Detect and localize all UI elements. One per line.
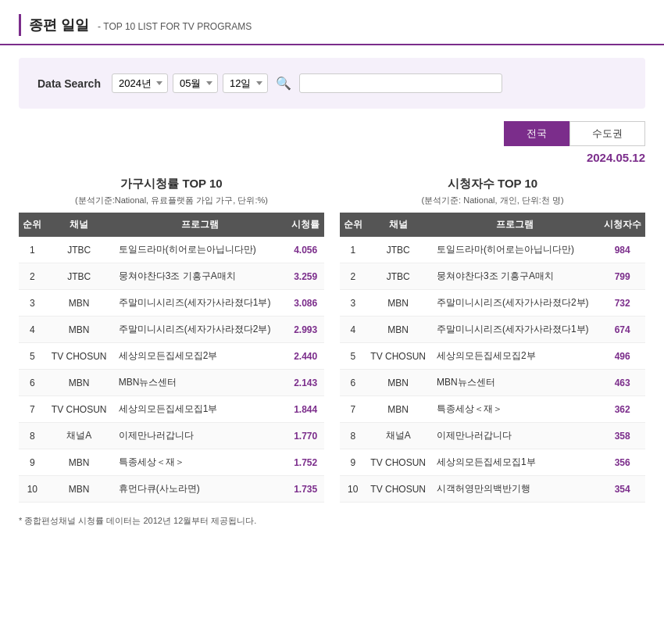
value-cell: 3.259: [287, 263, 324, 290]
table-row: 3 MBN 주말미니시리즈(세자가사라졌다2부) 732: [340, 290, 645, 317]
program-cell: 휴먼다큐(사노라면): [112, 476, 287, 503]
table-row: 8 채널A 이제만나러갑니다 1.770: [19, 423, 324, 449]
year-select[interactable]: 2024년 2023년 2022년: [112, 73, 168, 93]
household-table-title: 가구시청률 TOP 10: [19, 177, 324, 191]
table-row: 7 TV CHOSUN 세상의모든집세모집1부 1.844: [19, 396, 324, 423]
col-viewers-v: 시청자수: [599, 213, 645, 237]
table-row: 3 MBN 주말미니시리즈(세자가사라졌다1부) 3.086: [19, 290, 324, 317]
channel-cell: MBN: [46, 317, 112, 343]
value-cell: 674: [599, 317, 645, 343]
channel-cell: JTBC: [46, 263, 112, 290]
program-cell: 주말미니시리즈(세자가사라졌다1부): [430, 317, 599, 343]
program-cell: MBN뉴스센터: [112, 370, 287, 396]
viewers-table-title: 시청자수 TOP 10: [340, 177, 645, 191]
program-cell: 이제만나러갑니다: [430, 423, 599, 449]
rank-cell: 10: [19, 476, 46, 503]
date-display: 2024.05.12: [19, 151, 645, 164]
value-cell: 354: [599, 476, 645, 503]
table-row: 5 TV CHOSUN 세상의모든집세모집2부 2.440: [19, 343, 324, 370]
value-cell: 984: [599, 237, 645, 263]
tables-container: 가구시청률 TOP 10 (분석기준:National, 유료플랫폼 가입 가구…: [19, 177, 645, 503]
program-cell: 주말미니시리즈(세자가사라졌다1부): [112, 290, 287, 317]
program-cell: 주말미니시리즈(세자가사라졌다2부): [430, 290, 599, 317]
channel-cell: MBN: [366, 396, 430, 423]
value-cell: 799: [599, 263, 645, 290]
value-cell: 356: [599, 449, 645, 476]
col-program-h: 프로그램: [112, 213, 287, 237]
program-cell: MBN뉴스센터: [430, 370, 599, 396]
channel-cell: TV CHOSUN: [46, 343, 112, 370]
table-row: 2 JTBC 뭉쳐야찬다3조 기흥구A매치 3.259: [19, 263, 324, 290]
channel-cell: JTBC: [366, 263, 430, 290]
program-cell: 특종세상＜재＞: [112, 449, 287, 476]
region-buttons: 전국 수도권: [19, 121, 645, 146]
value-cell: 358: [599, 423, 645, 449]
program-cell: 주말미니시리즈(세자가사라졌다2부): [112, 317, 287, 343]
rank-cell: 3: [19, 290, 46, 317]
rank-cell: 7: [340, 396, 366, 423]
value-cell: 1.752: [287, 449, 324, 476]
month-select[interactable]: 01월02월03월04월 05월06월07월08월 09월10월11월12월: [173, 73, 218, 93]
rank-cell: 9: [340, 449, 366, 476]
accent-bar: [19, 14, 21, 36]
metro-button[interactable]: 수도권: [569, 121, 645, 146]
page-title-strong: 종편 일일: [29, 17, 89, 33]
rank-cell: 6: [19, 370, 46, 396]
page-title-sub: - TOP 10 LIST FOR TV PROGRAMS: [98, 21, 252, 32]
viewers-table: 순위 채널 프로그램 시청자수 1 JTBC 토일드라마(히어로는아닙니다만) …: [340, 213, 645, 503]
value-cell: 732: [599, 290, 645, 317]
col-channel-h: 채널: [46, 213, 112, 237]
search-bar-section: Data Search 2024년 2023년 2022년 01월02월03월0…: [19, 58, 645, 109]
day-select[interactable]: 01일02일03일04일 05일06일07일08일 09일10일11일 12일1…: [223, 73, 268, 93]
table-row: 5 TV CHOSUN 세상의모든집세모집2부 496: [340, 343, 645, 370]
rank-cell: 1: [19, 237, 46, 263]
channel-cell: 채널A: [366, 423, 430, 449]
household-table-subtitle: (분석기준:National, 유료플랫폼 가입 가구, 단위:%): [19, 195, 324, 206]
value-cell: 1.770: [287, 423, 324, 449]
col-program-v: 프로그램: [430, 213, 599, 237]
channel-cell: TV CHOSUN: [366, 343, 430, 370]
channel-cell: MBN: [46, 476, 112, 503]
rank-cell: 8: [19, 423, 46, 449]
value-cell: 1.735: [287, 476, 324, 503]
rank-cell: 6: [340, 370, 366, 396]
household-table: 순위 채널 프로그램 시청률 1 JTBC 토일드라마(히어로는아닙니다만) 4…: [19, 213, 324, 503]
program-cell: 뭉쳐야찬다3조 기흥구A매치: [112, 263, 287, 290]
channel-cell: TV CHOSUN: [366, 449, 430, 476]
rank-cell: 10: [340, 476, 366, 503]
value-cell: 2.440: [287, 343, 324, 370]
search-input[interactable]: [299, 73, 502, 93]
rank-cell: 7: [19, 396, 46, 423]
col-rank-v: 순위: [340, 213, 366, 237]
channel-cell: 채널A: [46, 423, 112, 449]
value-cell: 2.993: [287, 317, 324, 343]
table-row: 10 TV CHOSUN 시객허영만의백반기행 354: [340, 476, 645, 503]
value-cell: 1.844: [287, 396, 324, 423]
channel-cell: MBN: [366, 290, 430, 317]
rank-cell: 9: [19, 449, 46, 476]
value-cell: 3.086: [287, 290, 324, 317]
table-row: 6 MBN MBN뉴스센터 463: [340, 370, 645, 396]
program-cell: 세상의모든집세모집2부: [430, 343, 599, 370]
program-cell: 토일드라마(히어로는아닙니다만): [112, 237, 287, 263]
rank-cell: 4: [19, 317, 46, 343]
value-cell: 463: [599, 370, 645, 396]
channel-cell: JTBC: [366, 237, 430, 263]
search-button[interactable]: 🔍: [273, 74, 295, 92]
page-title: 종편 일일 - TOP 10 LIST FOR TV PROGRAMS: [29, 17, 252, 33]
program-cell: 특종세상＜재＞: [430, 396, 599, 423]
channel-cell: TV CHOSUN: [366, 476, 430, 503]
rank-cell: 4: [340, 317, 366, 343]
channel-cell: MBN: [46, 370, 112, 396]
rank-cell: 5: [19, 343, 46, 370]
page-header: 종편 일일 - TOP 10 LIST FOR TV PROGRAMS: [0, 0, 664, 45]
value-cell: 496: [599, 343, 645, 370]
national-button[interactable]: 전국: [504, 121, 569, 146]
household-table-section: 가구시청률 TOP 10 (분석기준:National, 유료플랫폼 가입 가구…: [19, 177, 324, 503]
rank-cell: 8: [340, 423, 366, 449]
rank-cell: 2: [340, 263, 366, 290]
value-cell: 362: [599, 396, 645, 423]
program-cell: 뭉쳐야찬다3조 기흥구A매치: [430, 263, 599, 290]
channel-cell: MBN: [366, 317, 430, 343]
col-channel-v: 채널: [366, 213, 430, 237]
